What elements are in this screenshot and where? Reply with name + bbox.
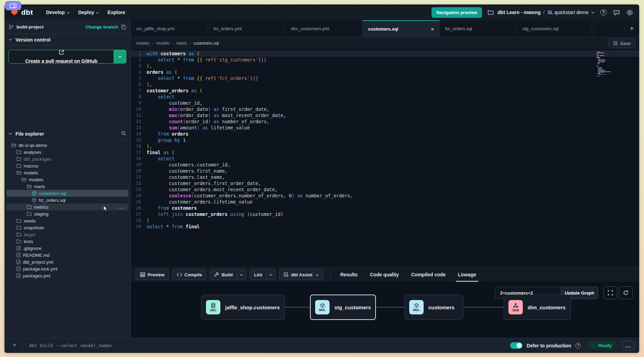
code-line-10[interactable]: 10 min(order_date) as first_order_date, — [131, 106, 639, 112]
tree-item-marts[interactable]: marts — [4, 183, 130, 190]
editor-tab-src-jaffle-shop-yml[interactable]: src_jaffle_shop.yml — [131, 20, 208, 37]
panel-tab-results[interactable]: Results — [340, 267, 358, 282]
panel-tab-lineage[interactable]: Lineage — [458, 267, 476, 282]
copy-icon[interactable] — [121, 24, 126, 30]
code-line-7[interactable]: 7customer_orders as ( — [131, 88, 639, 94]
preview-button[interactable]: Preview — [136, 269, 169, 280]
navigation-preview-button[interactable]: Navigation preview — [432, 7, 482, 18]
item-menu-button[interactable]: ... — [119, 205, 125, 210]
close-tab-icon[interactable]: × — [431, 26, 434, 32]
tree-item-seeds[interactable]: seeds — [4, 217, 130, 224]
menu-deploy[interactable]: Deploy — [74, 7, 104, 18]
version-control-header[interactable]: Version control — [4, 34, 130, 46]
breadcrumb-item[interactable]: customers.sql — [193, 41, 219, 46]
code-line-1[interactable]: 1with customers as ( — [131, 50, 639, 57]
settings-button[interactable] — [625, 8, 634, 16]
editor-tab-fct-orders-yml[interactable]: fct_orders.yml — [208, 20, 285, 37]
save-button[interactable]: Save — [609, 38, 635, 48]
file-explorer-header[interactable]: File explorer — [4, 128, 130, 140]
breadcrumb-item[interactable]: marts — [176, 41, 187, 46]
lineage-node-dim-customers[interactable]: SEMdim_customers — [504, 295, 571, 320]
code-line-29[interactable]: 29select * from final — [131, 223, 639, 230]
help-button[interactable]: ? — [599, 8, 608, 16]
build-button[interactable]: Build — [210, 269, 246, 280]
code-line-4[interactable]: 4orders as ( — [131, 69, 639, 75]
more-options-button[interactable]: ... — [622, 341, 634, 350]
new-tab-button[interactable]: + — [624, 20, 639, 37]
code-line-23[interactable]: 23 customer_orders.most_recent_order_dat… — [131, 186, 639, 193]
feedback-button[interactable] — [612, 8, 621, 16]
dbt-assist-button[interactable]: dbt Assist — [279, 269, 323, 280]
editor-tab-customers-sql[interactable]: customers.sql× — [363, 20, 440, 37]
code-line-17[interactable]: 17final as ( — [131, 149, 639, 156]
lineage-node-customers[interactable]: MDLcustomers — [404, 295, 463, 320]
menu-explore[interactable]: Explore — [103, 7, 129, 18]
tree-item-models[interactable]: models — [4, 176, 130, 183]
code-line-3[interactable]: 3), — [131, 63, 639, 69]
tree-item-snapshots[interactable]: snapshots — [4, 224, 130, 231]
command-input[interactable]: dbt build --select <model_name> — [29, 343, 112, 348]
code-line-24[interactable]: 24 coalesce(customer_orders.number_of_or… — [131, 193, 639, 199]
code-editor[interactable]: 1with customers as (2 select * from {{ r… — [131, 49, 639, 267]
code-line-14[interactable]: 14 from orders — [131, 131, 639, 137]
editor-tab-dim-customers-yml[interactable]: dim_customers.yml — [285, 20, 363, 37]
tree-item-target[interactable]: target — [4, 231, 130, 238]
code-line-5[interactable]: 5 select * from {{ ref('fct_orders')}} — [131, 75, 639, 81]
editor-minimap[interactable] — [597, 52, 617, 77]
tree-item-db-sl-qs-demo[interactable]: db-sl-qs-demo — [4, 142, 130, 149]
code-line-11[interactable]: 11 max(order_date) as most_recent_order_… — [131, 112, 639, 118]
tree-item-analyses[interactable]: analyses — [4, 149, 130, 156]
tree-item-tests[interactable]: tests — [4, 238, 130, 245]
tree-item-staging[interactable]: staging — [4, 210, 130, 217]
tree-item-customers-sql[interactable]: customers.sql — [7, 190, 128, 197]
code-line-6[interactable]: 6), — [131, 81, 639, 88]
defer-toggle[interactable] — [510, 342, 522, 349]
code-line-25[interactable]: 25 customer_orders.lifetime_value — [131, 199, 639, 205]
account-breadcrumb[interactable]: dbt Learn - mwong / SL quickstart demo — [487, 8, 595, 16]
lineage-node-stg-customers[interactable]: MDLstg_customers — [310, 295, 376, 320]
code-line-26[interactable]: 26 from customers — [131, 205, 639, 211]
tree-item-dbt-project-yml[interactable]: dbt_project.yml — [4, 258, 130, 265]
tree-item-models[interactable]: models — [4, 169, 130, 176]
split-dropdown[interactable] — [237, 269, 246, 280]
code-line-12[interactable]: 12 count(order_id) as number_of_orders, — [131, 118, 639, 125]
editor-tab-stg-customers-sql[interactable]: stg_customers.sql — [517, 20, 594, 37]
code-line-22[interactable]: 22 customer_orders.first_order_date, — [131, 180, 639, 186]
tree-item-readme-md[interactable]: README.md — [4, 252, 130, 258]
code-line-19[interactable]: 19 customers.customer_id, — [131, 162, 639, 168]
code-line-13[interactable]: 13 sum(amount) as lifetime_value — [131, 125, 639, 131]
breadcrumb-item[interactable]: models — [156, 41, 170, 46]
panel-tab-code-quality[interactable]: Code quality — [370, 267, 399, 282]
code-line-9[interactable]: 9 customer_id, — [131, 100, 639, 106]
create-pr-dropdown[interactable] — [114, 50, 126, 63]
code-line-28[interactable]: 28) — [131, 217, 639, 223]
breadcrumb-item[interactable]: models — [136, 41, 150, 46]
code-line-16[interactable]: 16), — [131, 143, 639, 149]
fullscreen-button[interactable] — [603, 286, 617, 299]
defer-help-icon[interactable]: ? — [575, 343, 581, 348]
tree-item-packages-yml[interactable]: packages.yml — [4, 272, 130, 279]
code-line-27[interactable]: 27 left join customer_orders using (cust… — [131, 211, 639, 217]
tree-item-package-lock-yml[interactable]: package-lock.yml — [4, 265, 130, 272]
lint-button[interactable]: Lint — [250, 269, 276, 280]
create-pr-button[interactable]: Create a pull request on GitHub — [9, 50, 126, 64]
menu-develop[interactable]: Develop — [42, 7, 74, 18]
code-line-2[interactable]: 2 select * from {{ ref('stg_customers')}… — [131, 57, 639, 63]
code-line-21[interactable]: 21 customers.last_name, — [131, 174, 639, 180]
file-search-button[interactable] — [121, 130, 126, 137]
refresh-button[interactable] — [619, 286, 633, 299]
tree-item-fct-orders-sql[interactable]: fct_orders.sql — [4, 197, 130, 204]
code-line-18[interactable]: 18 select — [131, 156, 639, 162]
panel-tab-compiled-code[interactable]: Compiled code — [411, 267, 446, 282]
split-dropdown[interactable] — [266, 269, 275, 280]
compile-button[interactable]: Compile — [172, 269, 206, 280]
code-line-8[interactable]: 8 select — [131, 94, 639, 100]
tree-item-metrics[interactable]: metrics... — [7, 204, 128, 210]
tree-item-dbt-packages[interactable]: dbt_packages — [4, 156, 130, 162]
tree-item-macros[interactable]: macros — [4, 162, 130, 169]
code-line-20[interactable]: 20 customers.first_name, — [131, 168, 639, 174]
code-line-15[interactable]: 15 group by 1 — [131, 137, 639, 143]
tree-item--gitignore[interactable]: .gitignore — [4, 245, 130, 252]
lineage-node-jaffle-shop-customers[interactable]: SRCjaffle_shop.customers — [201, 295, 285, 320]
change-branch-link[interactable]: Change branch — [85, 24, 118, 30]
